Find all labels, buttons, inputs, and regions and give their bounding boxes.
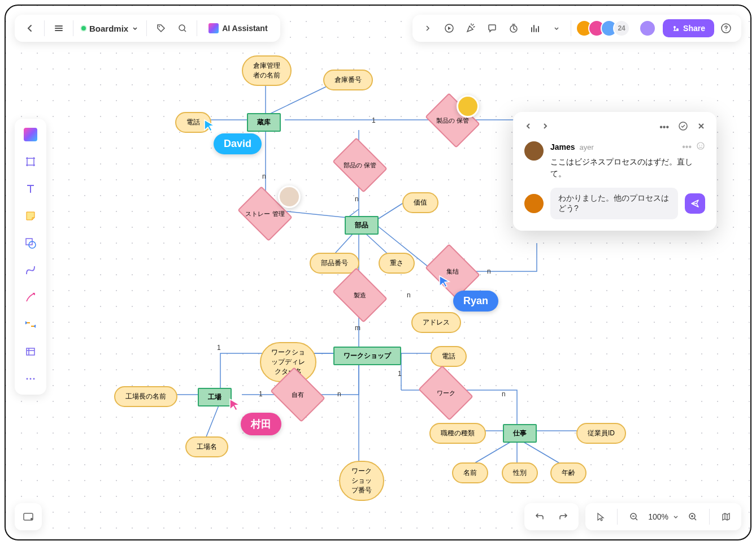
ai-assistant-button[interactable]: AI Assistant (202, 20, 274, 37)
diamond-aggregate[interactable]: 集结 (431, 254, 475, 288)
shape-tool[interactable] (19, 232, 42, 254)
celebrate-button[interactable] (461, 19, 480, 38)
svg-point-4 (674, 26, 676, 28)
tag-button[interactable] (151, 19, 171, 38)
comment-more[interactable]: ••• (659, 122, 669, 132)
diamond-manufacture[interactable]: 製造 (338, 278, 382, 312)
minimap-button[interactable] (15, 503, 42, 530)
cloud-icon (81, 26, 86, 31)
undo-button[interactable] (530, 507, 549, 526)
svg-point-12 (33, 378, 35, 380)
collaborator-avatars[interactable]: 24 (576, 20, 630, 37)
oval-name[interactable]: 名前 (452, 462, 488, 483)
comment-resolve[interactable] (678, 121, 688, 133)
expand-button[interactable] (418, 19, 437, 38)
edge-label: 1 (259, 390, 263, 398)
oval-warehouse-mgr-name[interactable]: 倉庫管理者の名前 (242, 55, 292, 86)
timer-button[interactable] (504, 19, 523, 38)
rect-parts[interactable]: 部品 (345, 216, 379, 235)
comment-next[interactable] (541, 122, 549, 132)
edge-label: n (355, 195, 359, 203)
more-tools[interactable] (19, 367, 42, 390)
tool-sidebar (15, 119, 46, 395)
ai-logo-icon (208, 23, 219, 33)
oval-workshop-no[interactable]: ワークショップ番号 (339, 461, 384, 501)
oval-value[interactable]: 価值 (402, 192, 438, 213)
share-button[interactable]: Share (663, 19, 714, 37)
send-icon (690, 198, 700, 209)
zoom-value[interactable]: 100% (648, 512, 668, 521)
svg-point-1 (179, 25, 185, 31)
svg-point-19 (699, 145, 700, 146)
svg-point-0 (159, 26, 160, 27)
pointer-mode[interactable] (591, 507, 610, 526)
diamond-parts-storage[interactable]: 部品の 保管 (338, 148, 382, 182)
zoom-in[interactable] (683, 507, 702, 526)
search-button[interactable] (173, 19, 192, 38)
more-button[interactable] (547, 19, 566, 38)
line-tool[interactable] (19, 259, 42, 282)
cursor-david: David (214, 133, 262, 154)
oval-part-no[interactable]: 部品番号 (310, 253, 359, 274)
rect-job[interactable]: 仕事 (503, 424, 537, 443)
comment-author: James (550, 142, 575, 152)
edge-label: 1 (372, 116, 376, 124)
text-tool[interactable] (19, 178, 42, 200)
sticky-tool[interactable] (19, 205, 42, 227)
oval-phone2[interactable]: 電話 (431, 346, 467, 367)
share-icon (672, 24, 680, 32)
rect-warehouse[interactable]: 蔵库 (247, 113, 281, 132)
diamond-work[interactable]: ワーク (424, 376, 468, 410)
cursor-ryan-pointer (438, 275, 451, 288)
pen-tool[interactable] (19, 286, 42, 309)
oval-gender[interactable]: 性別 (502, 462, 538, 483)
topbar-right: 24 Share (412, 15, 741, 42)
comment-prev[interactable] (524, 122, 532, 132)
logo-tool[interactable] (19, 123, 42, 146)
connector-tool[interactable] (19, 313, 42, 336)
oval-factory-mgr-name[interactable]: 工場長の名前 (114, 386, 177, 407)
map-button[interactable] (716, 507, 736, 526)
rect-workshop[interactable]: ワークショップ (333, 347, 401, 365)
send-button[interactable] (685, 193, 705, 214)
oval-weight[interactable]: 重さ (379, 253, 415, 274)
chart-button[interactable] (525, 19, 545, 38)
diamond-own[interactable]: 自有 (276, 378, 320, 412)
zoom-out[interactable] (624, 507, 644, 526)
edge-label: 1 (398, 370, 402, 378)
oval-age[interactable]: 年齢 (550, 462, 586, 483)
canvas[interactable]: 1 1 n n m n n n m 1 1 n 1 n 倉庫管理者の名前 倉庫番… (6, 6, 750, 539)
frame-tool[interactable] (19, 150, 42, 173)
comment-close[interactable] (697, 122, 705, 132)
oval-factory-name[interactable]: 工場名 (185, 436, 228, 457)
edge-label: n (337, 390, 341, 398)
cursor-david-pointer (203, 119, 216, 132)
table-tool[interactable] (19, 340, 42, 363)
oval-job-type[interactable]: 職種の種類 (429, 423, 486, 444)
menu-button[interactable] (49, 19, 68, 38)
svg-point-10 (27, 378, 28, 380)
oval-address[interactable]: アドレス (411, 312, 461, 333)
reply-input[interactable]: わかりました。他のプロセスはどう? (550, 188, 678, 219)
comment-button[interactable] (483, 19, 502, 38)
oval-employee-id[interactable]: 従業員ID (576, 423, 626, 444)
cursor-murata: 村田 (241, 413, 281, 435)
edges-layer (6, 6, 750, 539)
svg-point-14 (31, 518, 33, 520)
current-user-avatar[interactable] (639, 20, 656, 37)
rect-factory[interactable]: 工場 (198, 388, 232, 406)
undo-redo-group (524, 503, 579, 530)
board-title[interactable]: Boardmix (78, 24, 142, 33)
comment-panel: ••• James ayer ••• ここはビジネスプロセスのはずだ。直して。 … (513, 112, 716, 231)
zoom-group: 100% (585, 503, 741, 530)
emoji-react[interactable] (696, 141, 705, 153)
oval-warehouse-no[interactable]: 倉庫番号 (323, 70, 373, 90)
back-button[interactable] (20, 19, 40, 38)
redo-button[interactable] (554, 507, 573, 526)
help-button[interactable] (716, 19, 736, 38)
comment-text: ここはビジネスプロセスのはずだ。直して。 (550, 156, 705, 180)
avatar-count: 24 (613, 20, 630, 37)
play-button[interactable] (440, 19, 459, 38)
comment-item-more[interactable]: ••• (682, 142, 692, 152)
cursor-murata-pointer (229, 398, 241, 412)
